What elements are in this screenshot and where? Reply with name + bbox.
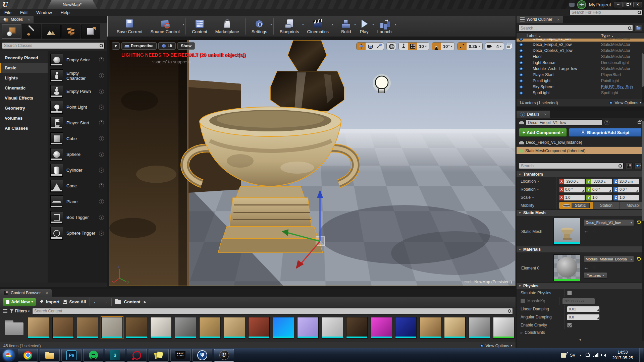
actor-name-input[interactable] xyxy=(526,119,602,126)
location-x-field[interactable]: X-290.0 c xyxy=(559,179,585,184)
mobility-movable[interactable]: Movabl xyxy=(620,202,644,209)
asset-tile[interactable] xyxy=(493,317,515,339)
help-icon[interactable]: ? xyxy=(99,105,104,110)
help-icon[interactable]: ? xyxy=(99,183,104,188)
asset-tile[interactable] xyxy=(77,317,98,339)
reset-icon[interactable] xyxy=(637,257,641,261)
world-coordinate-button[interactable] xyxy=(387,43,396,50)
scale-y-field[interactable]: Y1.0 xyxy=(586,195,612,200)
back-button[interactable]: ← xyxy=(93,299,99,305)
asset-tile[interactable] xyxy=(322,317,343,339)
toolbar-button[interactable]: ▾ Content xyxy=(185,18,211,35)
modes-category[interactable]: All Classes xyxy=(0,123,48,133)
outliner-row[interactable]: PointLight PointLight xyxy=(517,78,644,84)
taskbar-app-button[interactable] xyxy=(127,349,147,362)
asset-tile[interactable] xyxy=(150,317,172,339)
taskbar-app-button[interactable] xyxy=(1,349,16,362)
mode-paint-button[interactable] xyxy=(22,24,41,39)
visibility-eye-icon[interactable] xyxy=(519,61,523,65)
outliner-scrollbar[interactable] xyxy=(642,53,644,103)
placeable-item[interactable]: Player Start ? xyxy=(48,115,107,131)
static-mesh-dropdown[interactable]: Deco_Firepit_V1_low▾ xyxy=(584,219,634,226)
taskbar-app-button[interactable]: U xyxy=(214,349,234,362)
visibility-eye-icon[interactable] xyxy=(519,85,523,89)
outliner-search-input[interactable] xyxy=(519,25,633,31)
placeable-item[interactable]: Cube ? xyxy=(48,131,107,146)
rotation-snap-button[interactable] xyxy=(432,43,441,50)
help-icon[interactable]: ? xyxy=(99,231,104,236)
search-content-input[interactable] xyxy=(32,308,513,314)
rotation-snap-value[interactable]: 10°▾ xyxy=(441,43,455,50)
asset-tile[interactable] xyxy=(346,317,368,339)
mode-geometry-button[interactable] xyxy=(81,24,100,39)
instance-row[interactable]: Deco_Firepit_V1_low(Instance) xyxy=(517,139,644,146)
taskbar-app-button[interactable] xyxy=(83,349,103,362)
clock[interactable]: 14:53 2017-05-25 xyxy=(610,350,636,360)
visibility-eye-icon[interactable] xyxy=(519,39,523,41)
location-z-field[interactable]: Z20.0 cm xyxy=(613,179,639,184)
angular-damping-field[interactable]: 0.0 xyxy=(567,314,599,320)
tab-modes[interactable]: Modes ✕ xyxy=(0,16,34,23)
viewport-3d[interactable]: ▾ Perspective Lit Show LIGHTING NEEDS TO… xyxy=(109,40,516,286)
move-tool-button[interactable] xyxy=(357,43,366,50)
taskbar-app-button[interactable]: Ps xyxy=(61,349,82,362)
tab-world-outliner[interactable]: World Outliner ✕ xyxy=(517,16,563,23)
asset-tile[interactable] xyxy=(28,317,49,339)
breadcrumb-arrow-icon[interactable]: ▶ xyxy=(144,300,147,304)
rotation-y-field[interactable]: Y0.0 ° xyxy=(586,187,612,192)
maximize-viewport-button[interactable] xyxy=(506,44,513,49)
visibility-eye-icon[interactable] xyxy=(519,91,523,95)
visibility-eye-icon[interactable] xyxy=(519,73,523,77)
import-button[interactable]: Import xyxy=(40,299,59,304)
add-new-button[interactable]: Add New▾ xyxy=(3,298,36,306)
section-transform[interactable]: ▼Transform xyxy=(517,171,644,177)
menu-item[interactable]: File xyxy=(0,10,16,15)
placeable-item[interactable]: Sphere ? xyxy=(48,146,107,162)
visibility-eye-icon[interactable] xyxy=(519,49,523,53)
asset-tile[interactable] xyxy=(420,317,441,339)
toolbar-button[interactable]: ▾ Source Control xyxy=(147,18,184,35)
help-icon[interactable]: ? xyxy=(99,136,104,141)
help-icon[interactable]: ? xyxy=(99,215,104,220)
modes-category[interactable]: Geometry xyxy=(0,103,48,113)
asset-tile[interactable] xyxy=(52,317,74,339)
chevron-down-icon[interactable]: ▾ xyxy=(395,23,396,26)
linear-damping-field[interactable]: 0.01 xyxy=(567,306,599,312)
help-icon[interactable]: ? xyxy=(99,89,104,94)
breadcrumb[interactable]: Content xyxy=(124,299,141,304)
asset-tile[interactable] xyxy=(469,317,490,339)
close-icon[interactable]: ✕ xyxy=(544,113,547,116)
volume-icon[interactable] xyxy=(602,354,606,357)
camera-speed-button[interactable] xyxy=(485,43,494,50)
help-icon[interactable]: ? xyxy=(99,73,104,78)
mode-landscape-button[interactable] xyxy=(42,24,61,39)
modes-category[interactable]: Visual Effects xyxy=(0,93,48,103)
view-mode-button[interactable]: Lit xyxy=(158,42,176,50)
taskbar-app-button[interactable] xyxy=(40,349,60,362)
outliner-row[interactable]: Deco_Obelisk_v1_low StaticMeshActor xyxy=(517,48,644,54)
outliner-view-options[interactable]: View Options▾ xyxy=(609,101,642,105)
location-label[interactable]: Location▾ xyxy=(521,179,556,184)
lock-icon[interactable] xyxy=(638,121,641,124)
asset-tile[interactable] xyxy=(3,317,25,339)
expand-icon[interactable]: ▷ xyxy=(521,331,523,334)
menu-item[interactable]: Window xyxy=(32,10,56,15)
menu-item[interactable]: Edit xyxy=(16,10,32,15)
static-mesh-thumbnail[interactable] xyxy=(553,218,580,245)
tab-details[interactable]: i Details ✕ xyxy=(517,111,550,118)
new-folder-button[interactable] xyxy=(635,25,642,31)
mobility-static[interactable]: Static xyxy=(559,202,593,209)
chevron-down-icon[interactable]: ▾ xyxy=(270,23,272,26)
scale-z-field[interactable]: Z1.0 xyxy=(613,195,639,200)
toolbar-button[interactable]: ▾ Blueprints xyxy=(273,18,303,35)
modes-category[interactable]: Cinematic xyxy=(0,83,48,93)
asset-tile[interactable] xyxy=(101,317,123,339)
chevron-down-icon[interactable]: ▾ xyxy=(183,23,184,26)
visibility-eye-icon[interactable] xyxy=(519,79,523,83)
asset-tile[interactable] xyxy=(371,317,392,339)
rotation-label[interactable]: Rotation▾ xyxy=(521,187,556,192)
journal-tray-icon[interactable] xyxy=(561,353,566,358)
visibility-eye-icon[interactable] xyxy=(519,55,523,59)
browse-icon[interactable] xyxy=(593,265,597,269)
material-thumbnail[interactable] xyxy=(553,254,580,281)
